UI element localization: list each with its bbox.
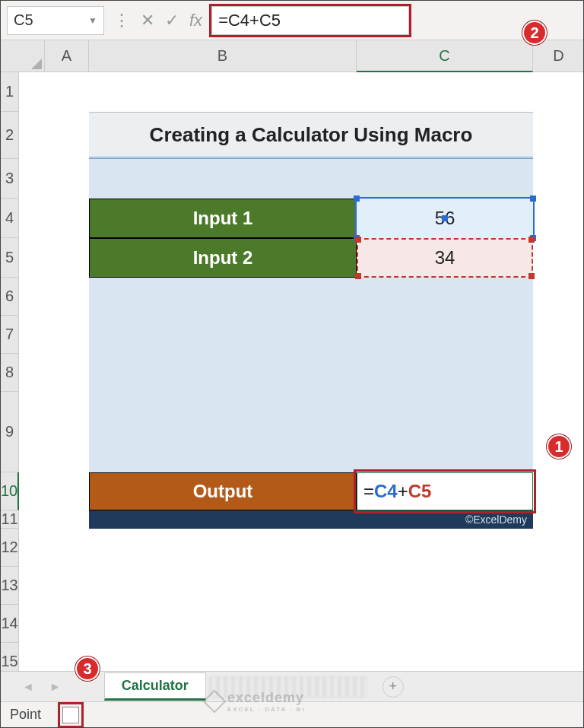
cell-C5[interactable]: 34 <box>357 238 533 278</box>
row-header[interactable]: 3 <box>1 159 19 199</box>
formula-input[interactable]: =C4+C5 <box>211 6 409 35</box>
formula-ref-c4: C4 <box>374 481 398 502</box>
output-row: Output =C4+C5 <box>89 472 533 510</box>
row-header[interactable]: 7 <box>1 316 19 354</box>
row-header[interactable]: 5 <box>1 238 19 278</box>
copyright-text: ©ExcelDemy <box>465 513 527 526</box>
input1-label: Input 1 <box>89 199 357 238</box>
row-header[interactable]: 2 <box>1 112 19 159</box>
name-box[interactable]: C5 ▼ <box>7 6 104 35</box>
spreadsheet-grid: A B C D 1 2 3 4 5 6 7 8 9 10 11 12 13 14… <box>1 40 583 664</box>
col-header-C[interactable]: C <box>357 40 533 72</box>
add-sheet-button[interactable]: + <box>382 676 404 698</box>
tab-nav-prev-icon[interactable]: ◄ <box>16 680 40 694</box>
name-box-value: C5 <box>14 11 33 29</box>
formula-bar: C5 ▼ ⋮ ✕ ✓ fx =C4+C5 <box>1 1 583 40</box>
row-header[interactable]: 11 <box>1 510 19 529</box>
sheet-tab-hidden[interactable] <box>209 676 367 698</box>
confirm-icon[interactable]: ✓ <box>165 11 179 30</box>
formula-controls: ⋮ ✕ ✓ fx <box>109 11 207 30</box>
status-mode: Point <box>10 707 41 723</box>
callout-badge-1: 1 <box>547 434 571 459</box>
formula-plus: + <box>398 481 408 502</box>
col-header-B[interactable]: B <box>89 40 357 72</box>
cell-C10[interactable]: =C4+C5 <box>357 472 533 510</box>
input2-label: Input 2 <box>89 238 357 278</box>
row-header[interactable]: 1 <box>1 72 19 112</box>
select-all-corner[interactable] <box>1 40 45 72</box>
cell-C5-value: 34 <box>435 247 455 269</box>
annotation-box <box>58 702 84 728</box>
row-header[interactable]: 8 <box>1 354 19 392</box>
row-header[interactable]: 9 <box>1 392 19 472</box>
formula-text: =C4+C5 <box>218 11 281 30</box>
cancel-icon[interactable]: ✕ <box>141 11 154 30</box>
calculator-title: Creating a Calculator Using Macro <box>89 112 533 159</box>
row-header[interactable]: 4 <box>1 199 19 238</box>
dots-icon: ⋮ <box>113 11 130 30</box>
macro-record-button[interactable] <box>62 707 79 723</box>
formula-equals: = <box>363 481 374 502</box>
row-header[interactable]: 14 <box>1 605 19 643</box>
sheet-tab-calculator[interactable]: Calculator <box>104 672 206 701</box>
chevron-down-icon[interactable]: ▼ <box>88 15 97 26</box>
input-row-2: Input 2 34 <box>89 238 533 278</box>
callout-badge-2: 2 <box>522 21 547 45</box>
formula-ref-c5: C5 <box>408 481 432 502</box>
row-header[interactable]: 10 <box>1 472 19 510</box>
tab-nav-next-icon[interactable]: ► <box>43 680 68 694</box>
callout-badge-3: 3 <box>75 656 100 681</box>
status-bar: Point <box>1 701 583 727</box>
copyright-row: ©ExcelDemy <box>89 510 533 529</box>
col-header-D[interactable]: D <box>533 40 584 72</box>
fx-icon[interactable]: fx <box>189 11 202 30</box>
row-header[interactable]: 12 <box>1 529 19 567</box>
col-header-A[interactable]: A <box>45 40 89 72</box>
cell-C4-value: 56 <box>435 208 455 229</box>
calculator-block: Creating a Calculator Using Macro Input … <box>89 112 533 529</box>
row-header[interactable]: 6 <box>1 278 19 316</box>
row-header[interactable]: 13 <box>1 567 19 605</box>
cell-C4[interactable]: 56 <box>357 199 533 238</box>
output-label: Output <box>89 472 357 510</box>
input-row-1: Input 1 56 <box>89 199 533 238</box>
